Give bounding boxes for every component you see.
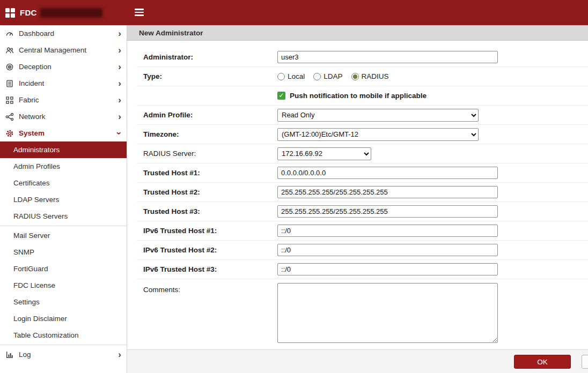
- cancel-button-partial[interactable]: [582, 355, 588, 369]
- form-row-type: Type: Local LDAP RADIUS: [137, 67, 588, 86]
- trusted-host-2-label: Trusted Host #2:: [143, 188, 277, 196]
- admin-profile-label: Admin Profile:: [143, 111, 277, 119]
- apps-grid-icon[interactable]: [5, 8, 15, 18]
- sidebar-divider: [0, 226, 127, 226]
- type-label: Type:: [143, 72, 277, 80]
- administrator-input[interactable]: [277, 51, 498, 63]
- radio-option-radius[interactable]: RADIUS: [351, 72, 389, 80]
- chevron-right-icon: ›: [118, 350, 121, 359]
- sidebar-item-network[interactable]: Network ›: [0, 108, 127, 125]
- sidebar-item-fabric[interactable]: Fabric ›: [0, 92, 127, 108]
- sidebar-subitem-label: LDAP Servers: [13, 196, 59, 204]
- form-row-ipv6-trusted-host-2: IPv6 Trusted Host #2:: [137, 241, 588, 260]
- gear-icon: [5, 129, 14, 138]
- dashboard-icon: [5, 29, 14, 38]
- hamburger-menu-icon[interactable]: [135, 9, 144, 18]
- admin-profile-select[interactable]: Read Only: [277, 109, 479, 122]
- form-row-ipv6-trusted-host-3: IPv6 Trusted Host #3:: [137, 260, 588, 279]
- comments-label: Comments:: [143, 286, 277, 294]
- redacted-hostname: [40, 8, 102, 18]
- sidebar-item-label: Dashboard: [19, 29, 118, 38]
- radio-option-local[interactable]: Local: [277, 72, 305, 80]
- sidebar-subitem-label: Admin Profiles: [13, 162, 60, 170]
- ipv6-trusted-host-3-input[interactable]: [277, 263, 498, 275]
- form-row-radius-server: RADIUS Server: 172.16.69.92: [137, 144, 588, 163]
- list-icon: [5, 79, 14, 88]
- form-row-trusted-host-3: Trusted Host #3:: [137, 202, 588, 221]
- sidebar-subitem-administrators[interactable]: Administrators: [0, 141, 127, 158]
- radio-label: LDAP: [324, 72, 342, 80]
- chevron-right-icon: ›: [118, 29, 121, 38]
- sidebar-item-incident[interactable]: Incident ›: [0, 75, 127, 92]
- sidebar-item-log[interactable]: Log ›: [0, 346, 127, 363]
- sidebar-subitem-label: SNMP: [13, 248, 34, 256]
- sidebar-item-label: Fabric: [19, 96, 118, 104]
- fabric-icon: [5, 95, 14, 105]
- sidebar-item-dashboard[interactable]: Dashboard ›: [0, 25, 127, 42]
- timezone-select[interactable]: (GMT-12:00)Etc/GMT-12: [277, 128, 479, 141]
- network-icon: [5, 112, 14, 121]
- sidebar-subitem-login-disclaimer[interactable]: Login Disclaimer: [0, 310, 127, 327]
- form-row-timezone: Timezone: (GMT-12:00)Etc/GMT-12: [137, 125, 588, 144]
- local-radio[interactable]: [277, 73, 285, 80]
- ipv6-trusted-host-3-label: IPv6 Trusted Host #3:: [143, 265, 277, 273]
- type-radio-group: Local LDAP RADIUS: [277, 72, 398, 80]
- comments-textarea[interactable]: [277, 283, 498, 343]
- sidebar-subitem-label: RADIUS Servers: [13, 212, 68, 220]
- form-row-administrator: Administrator:: [137, 48, 588, 67]
- users-icon: [5, 46, 14, 55]
- chevron-right-icon: ›: [118, 79, 121, 88]
- ok-button[interactable]: OK: [514, 355, 571, 369]
- sidebar-item-label: Central Management: [19, 46, 118, 54]
- radius-server-label: RADIUS Server:: [143, 150, 277, 158]
- sidebar-item-label: Incident: [19, 79, 118, 87]
- chevron-right-icon: ›: [118, 95, 121, 105]
- sidebar-item-label: Network: [19, 113, 118, 121]
- sidebar-item-system[interactable]: System ›: [0, 125, 127, 141]
- chevron-right-icon: ›: [118, 62, 121, 71]
- sidebar-subitem-label: Mail Server: [13, 232, 50, 240]
- ldap-radio[interactable]: [313, 73, 321, 80]
- form-row-trusted-host-1: Trusted Host #1:: [137, 163, 588, 183]
- sidebar-subitem-label: FortiGuard: [13, 265, 48, 273]
- sidebar-subitem-label: FDC License: [13, 281, 55, 289]
- ipv6-trusted-host-2-input[interactable]: [277, 244, 498, 256]
- trusted-host-2-input[interactable]: [277, 186, 498, 198]
- brand-logo: FDC: [20, 8, 37, 17]
- ipv6-trusted-host-2-label: IPv6 Trusted Host #2:: [143, 246, 277, 254]
- sidebar-subitem-label: Settings: [13, 298, 40, 306]
- sidebar-item-label: Deception: [19, 63, 118, 71]
- chevron-right-icon: ›: [118, 112, 121, 121]
- trusted-host-3-label: Trusted Host #3:: [143, 207, 277, 215]
- ipv6-trusted-host-1-input[interactable]: [277, 225, 498, 237]
- radius-server-select[interactable]: 172.16.69.92: [277, 147, 371, 160]
- radio-label: RADIUS: [362, 72, 389, 80]
- trusted-host-3-input[interactable]: [277, 205, 498, 218]
- push-notification-checkbox[interactable]: [277, 92, 285, 100]
- sidebar-subitem-fortiguard[interactable]: FortiGuard: [0, 260, 127, 277]
- sidebar-subitem-ldap-servers[interactable]: LDAP Servers: [0, 191, 127, 208]
- sidebar-subitem-mail-server[interactable]: Mail Server: [0, 227, 127, 244]
- sidebar-item-deception[interactable]: Deception ›: [0, 58, 127, 75]
- sidebar-subitem-admin-profiles[interactable]: Admin Profiles: [0, 158, 127, 175]
- trusted-host-1-input[interactable]: [277, 167, 498, 179]
- sidebar-subitem-snmp[interactable]: SNMP: [0, 244, 127, 260]
- sidebar-subitem-fdc-license[interactable]: FDC License: [0, 277, 127, 294]
- sidebar-item-central-management[interactable]: Central Management ›: [0, 42, 127, 58]
- radio-label: Local: [288, 72, 305, 80]
- trusted-host-1-label: Trusted Host #1:: [143, 169, 277, 177]
- sidebar-subitem-certificates[interactable]: Certificates: [0, 175, 127, 191]
- form-row-trusted-host-2: Trusted Host #2:: [137, 183, 588, 202]
- page-title-bar: New Administrator: [127, 25, 588, 41]
- chevron-down-icon: ›: [115, 132, 124, 135]
- sidebar-subitem-settings[interactable]: Settings: [0, 294, 127, 310]
- radius-radio[interactable]: [351, 73, 359, 80]
- sidebar-item-label: System: [19, 129, 118, 137]
- sidebar-item-label: Log: [19, 350, 118, 359]
- sidebar-subitem-table-customization[interactable]: Table Customization: [0, 327, 127, 344]
- sidebar-divider: [0, 345, 127, 345]
- sidebar-subitem-label: Login Disclaimer: [13, 315, 67, 323]
- sidebar-subitem-radius-servers[interactable]: RADIUS Servers: [0, 208, 127, 225]
- radio-option-ldap[interactable]: LDAP: [313, 72, 342, 80]
- push-notification-label: Push notification to mobile if applicabl…: [290, 92, 427, 100]
